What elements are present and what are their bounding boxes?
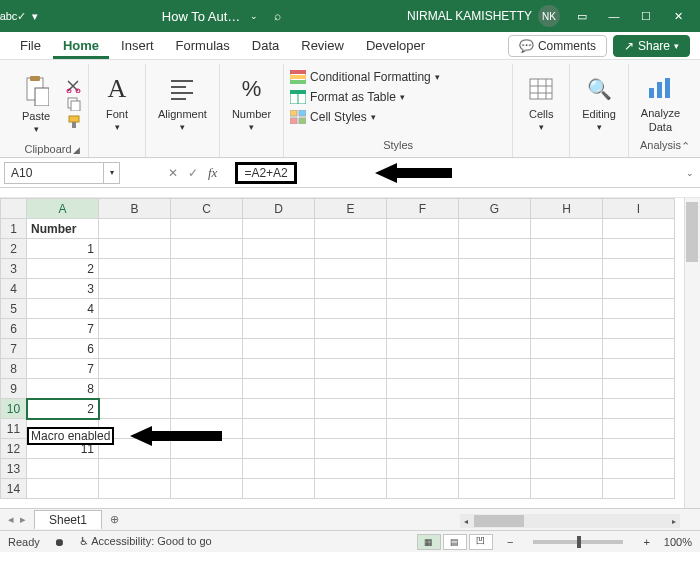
document-title[interactable]: How To Aut… [162,9,241,24]
cell[interactable] [243,439,315,459]
cell[interactable]: 6 [27,339,99,359]
cell[interactable] [243,219,315,239]
cells-dropdown-icon[interactable]: ▾ [539,122,544,132]
cell[interactable] [315,459,387,479]
scroll-right-icon[interactable]: ▸ [668,515,680,527]
cells-table[interactable]: A B C D E F G H I 1Number 21 32 43 54 67… [0,198,675,499]
cell[interactable] [99,259,171,279]
cell[interactable] [315,379,387,399]
zoom-in-button[interactable]: + [643,536,649,548]
fx-icon[interactable]: fx [208,165,223,181]
col-header-i[interactable]: I [603,199,675,219]
sheet-next-icon[interactable]: ▸ [20,513,26,526]
cell[interactable] [603,299,675,319]
cell[interactable] [243,299,315,319]
row-header[interactable]: 9 [1,379,27,399]
cell[interactable] [171,219,243,239]
tab-formulas[interactable]: Formulas [166,34,240,59]
number-button[interactable]: % Number ▾ [226,70,277,134]
cell[interactable] [171,299,243,319]
cell[interactable] [315,479,387,499]
cell[interactable] [603,379,675,399]
cell[interactable] [459,359,531,379]
cell[interactable] [531,279,603,299]
row-header[interactable]: 1 [1,219,27,239]
view-page-break-icon[interactable]: 凹 [469,534,493,550]
number-dropdown-icon[interactable]: ▾ [249,122,254,132]
cell[interactable] [459,439,531,459]
cell[interactable] [243,399,315,419]
editing-button[interactable]: 🔍 Editing ▾ [576,70,622,134]
cell[interactable] [315,279,387,299]
row-header[interactable]: 3 [1,259,27,279]
col-header-f[interactable]: F [387,199,459,219]
cell[interactable] [531,459,603,479]
cell[interactable] [531,419,603,439]
cell[interactable] [603,239,675,259]
cell[interactable]: Number [27,219,99,239]
macro-record-icon[interactable]: ⏺ [54,536,65,548]
cell[interactable] [531,339,603,359]
cell[interactable] [459,399,531,419]
cell[interactable] [531,219,603,239]
cell[interactable] [603,219,675,239]
format-as-table-button[interactable]: Format as Table ▾ [290,90,405,104]
alignment-button[interactable]: Alignment ▾ [152,70,213,134]
cell[interactable] [531,259,603,279]
cell[interactable] [387,339,459,359]
cell[interactable] [603,419,675,439]
cell[interactable] [99,319,171,339]
cut-icon[interactable] [66,79,82,93]
cell[interactable] [603,279,675,299]
title-dropdown-icon[interactable]: ⌄ [250,11,258,21]
col-header-c[interactable]: C [171,199,243,219]
cell[interactable] [387,379,459,399]
user-area[interactable]: NIRMAL KAMISHETTY NK [407,5,560,27]
cell[interactable] [387,319,459,339]
cell[interactable] [603,359,675,379]
cell[interactable] [99,459,171,479]
cell[interactable] [171,379,243,399]
sheet-prev-icon[interactable]: ◂ [8,513,14,526]
cell[interactable]: 1 [27,239,99,259]
format-painter-icon[interactable] [66,115,82,129]
cell-styles-button[interactable]: Cell Styles ▾ [290,110,376,124]
row-header[interactable]: 7 [1,339,27,359]
cell-active[interactable]: 2 [27,399,99,419]
tab-file[interactable]: File [10,34,51,59]
cell[interactable] [531,239,603,259]
cell[interactable] [315,219,387,239]
cell[interactable] [387,239,459,259]
accessibility-status[interactable]: ♿︎ Accessibility: Good to go [79,535,212,548]
cell[interactable] [27,459,99,479]
cell[interactable] [459,259,531,279]
cell[interactable] [387,359,459,379]
sheet-tab-sheet1[interactable]: Sheet1 [34,510,102,529]
qat-dropdown-icon[interactable]: ▾ [28,9,42,23]
row-header[interactable]: 12 [1,439,27,459]
cell[interactable] [315,439,387,459]
cell[interactable] [531,379,603,399]
tab-home[interactable]: Home [53,34,109,59]
cell[interactable] [243,479,315,499]
cell[interactable] [171,319,243,339]
cell[interactable] [459,219,531,239]
cell[interactable] [315,419,387,439]
cell[interactable] [603,259,675,279]
cell[interactable] [171,359,243,379]
cell[interactable] [243,359,315,379]
col-header-g[interactable]: G [459,199,531,219]
cell[interactable] [459,459,531,479]
cell[interactable] [459,299,531,319]
cell[interactable] [315,359,387,379]
search-box[interactable]: ⌕ [268,7,287,25]
tab-insert[interactable]: Insert [111,34,164,59]
cell[interactable] [603,459,675,479]
cell[interactable] [387,399,459,419]
col-header-d[interactable]: D [243,199,315,219]
sheet-nav[interactable]: ◂ ▸ [0,513,34,526]
cell[interactable] [99,359,171,379]
horizontal-scrollbar[interactable]: ◂ ▸ [460,514,680,528]
copy-icon[interactable] [66,97,82,111]
row-header[interactable]: 6 [1,319,27,339]
